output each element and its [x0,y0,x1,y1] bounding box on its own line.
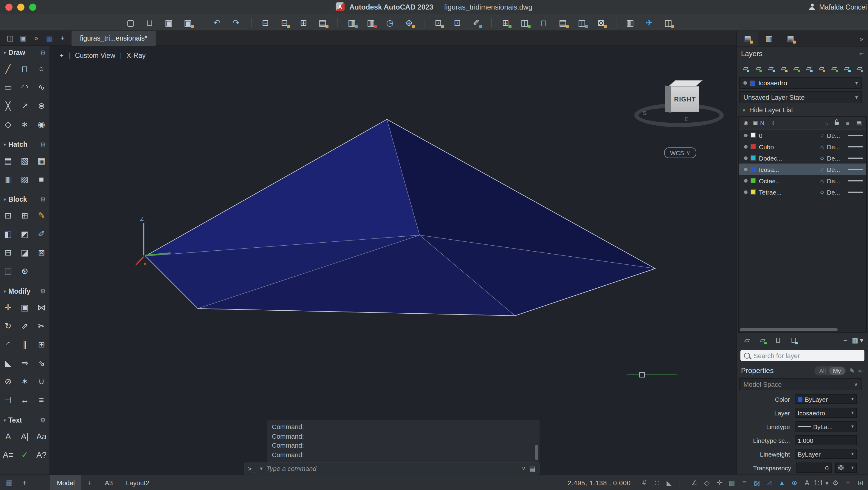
layer-row[interactable]: Icosa...☼De... [739,164,866,175]
viewcube-side-face[interactable] [665,86,671,113]
save-icon[interactable]: ▣ [161,16,177,29]
lock-column-icon[interactable] [832,121,841,124]
polar-tracking-icon[interactable]: ∠ [688,477,701,489]
layer-row[interactable]: Cubo☼De... [739,141,866,152]
break-icon[interactable]: ⊣ [0,390,17,409]
array-icon[interactable]: ⊞ [33,335,50,353]
clean-screen-icon[interactable]: ⊞ [854,477,867,489]
open-drawing-icon[interactable]: ⊔ [142,16,157,29]
layer-search-input[interactable]: Search for layer [753,352,800,359]
transparency-display-icon[interactable]: ▨ [750,477,763,489]
filter-my-button[interactable]: My [829,367,844,375]
hide-layer-list-toggle[interactable]: ∨ Hide Layer List [737,103,868,116]
plot-preview-icon[interactable]: ⊞ [296,16,311,29]
user-account[interactable]: Mafalda Concei [809,3,867,10]
erase-icon[interactable]: ⊘ [0,372,17,390]
model-view[interactable]: Z [50,46,736,474]
align-icon[interactable]: ≡ [33,390,50,409]
layer-color-swatch[interactable] [750,178,756,183]
named-views-icon[interactable]: ▣ [17,32,30,44]
layer-color-swatch[interactable] [750,189,756,195]
stretch-icon[interactable]: ⇘ [33,353,50,372]
fillet-icon[interactable]: ◜ [0,335,17,353]
layer-freeze-icon[interactable]: ☼ [817,154,827,161]
gear-icon[interactable]: ⚙ [40,49,46,56]
mirror-icon[interactable]: ⋈ [33,298,50,316]
layer-freeze-icon[interactable]: ▱ [766,63,776,74]
property-value-color[interactable]: ByLayer▾ [795,394,857,404]
command-history-panel[interactable]: Command:Command:Command:Command: [267,420,539,463]
command-expand-icon[interactable]: ∨ [522,465,526,471]
close-window-button[interactable] [5,3,12,10]
new-drawing-icon[interactable]: ▢ [123,16,138,29]
palette-header-draw[interactable]: ▾Draw⚙ [0,46,50,59]
layers-panel-tab[interactable]: ▤ [737,31,758,46]
xref-panel-tab[interactable]: ▥ [758,31,780,46]
command-input[interactable]: Type a command [266,465,518,472]
circle-icon[interactable]: ○ [33,59,50,78]
collapse-icon[interactable]: ▾ [4,197,6,202]
spell-check-icon[interactable]: ✓ [17,445,33,464]
lineweight-display-icon[interactable]: ≡ [738,477,750,489]
block-palette-icon[interactable]: ⊠ [593,16,609,29]
hatch-vertical-icon[interactable]: ▥ [0,170,17,188]
palette-header-text[interactable]: ▾Text⚙ [0,413,50,427]
new-property-filter-icon[interactable]: ⊔ [788,335,799,346]
extrude-icon[interactable]: ⊓ [536,16,552,29]
hatch-diagonal-icon[interactable]: ▧ [17,151,33,170]
object-snap-icon[interactable]: ▦ [725,477,738,489]
collapse-panel-icon[interactable]: − [843,337,847,344]
viewcube[interactable]: RIGHT [667,84,702,115]
layer-off-icon[interactable]: ▱ [778,63,788,74]
property-value-linetype[interactable]: ByLa...▾ [795,421,857,432]
previous-layer-icon[interactable]: ▱ [854,63,864,74]
write-block-icon[interactable]: ◧ [0,224,17,243]
viewcube-front-face[interactable]: RIGHT [671,86,699,112]
selection-type-dropdown[interactable]: Model Space ∨ [739,378,862,390]
command-customize-icon[interactable]: ▤ [529,465,535,472]
save-as-icon[interactable]: ▣ [180,16,195,29]
construction-line-icon[interactable]: ╳ [0,96,17,115]
text-style-icon[interactable]: Aa [33,427,50,445]
tab-overflow-icon[interactable]: » [30,32,43,44]
column-settings-icon[interactable]: ▤ [854,120,864,126]
offset-icon[interactable]: ∥ [17,335,33,353]
command-scrollbar[interactable] [535,444,538,460]
compare-drawings-icon[interactable]: ◫ [574,16,590,29]
infer-constraints-icon[interactable]: ◣ [663,477,676,489]
single-line-text-icon[interactable]: A| [17,427,33,445]
object-snap-tracking-icon[interactable]: ✛ [713,477,725,489]
layer-list-hscrollbar[interactable] [740,328,865,331]
layer-freeze-icon[interactable]: ☼ [817,189,827,195]
point-icon[interactable]: ∗ [17,115,33,133]
columns-icon[interactable]: ▥ ▾ [852,336,863,344]
add-palette-icon[interactable]: + [22,478,27,487]
hatch-solid-icon[interactable]: ■ [33,170,50,188]
panel-autohide-icon[interactable]: ⇤ [859,51,864,57]
command-line[interactable]: >_ ▾ Type a command ∨ ▤ [244,463,539,474]
collapse-icon[interactable]: ▾ [4,289,6,294]
hatch-lines-icon[interactable]: ▤ [0,151,17,170]
start-tab-icon[interactable]: ▦ [43,32,56,44]
compass-south-label[interactable]: S [643,110,647,116]
page-setup-manager-icon[interactable]: ▤ [315,16,330,29]
annotation-scale-dropdown[interactable]: 1:1 ▾ [813,477,829,489]
batch-plot-icon[interactable]: ⊟ [277,16,292,29]
make-current-layer-icon[interactable]: ▱ [829,63,839,74]
layer-isolate-icon[interactable]: ▱ [740,63,750,74]
hatch-cross-icon[interactable]: ▨ [17,170,33,188]
trim-icon[interactable]: ✂ [33,316,50,335]
grid-display-icon[interactable]: # [638,477,650,489]
isometric-drafting-icon[interactable]: ◇ [701,477,713,489]
move-icon[interactable]: ✛ [0,298,17,316]
drawing-recovery-icon[interactable]: ◷ [382,16,398,29]
property-value-lineweight[interactable]: ByLayer▾ [795,449,857,459]
match-layer-icon[interactable]: ▱ [841,63,851,74]
create-block-icon[interactable]: ⊞ [17,206,33,224]
edit-attribute-icon[interactable]: ✐ [33,224,50,243]
name-column-header[interactable]: N... ⇕ [760,120,822,126]
ray-icon[interactable]: ↗ [17,96,33,115]
layer-freeze-icon[interactable]: ☼ [817,166,827,172]
donut-icon[interactable]: ◉ [33,115,50,133]
transparency-value-input[interactable]: 0 [796,463,832,473]
